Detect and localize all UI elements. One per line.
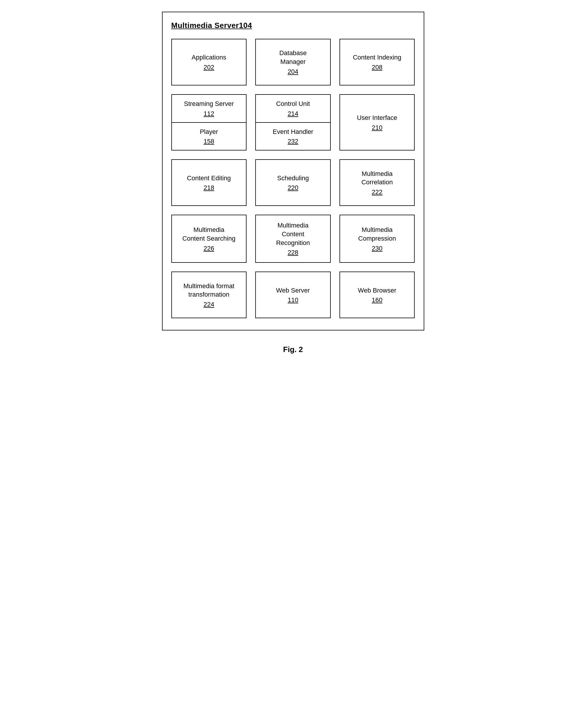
cell-content-editing-label: Content Editing [187,174,231,182]
cell-control-event-bottom-label: Event Handler [273,127,313,136]
cell-content-indexing-label: Content Indexing [353,53,401,62]
cell-control-event: Control Unit214Event Handler232 [255,94,331,151]
cell-applications-label: Applications [192,53,227,62]
cell-multimedia-content-recognition-number: 228 [288,249,298,256]
cell-control-event-bottom: Event Handler232 [256,123,330,150]
cell-control-event-top-label: Control Unit [276,99,310,108]
cell-multimedia-compression-number: 230 [372,245,382,252]
cell-multimedia-format-transformation-number: 224 [204,301,214,308]
page-wrapper: Multimedia Server104 Applications202Data… [162,12,424,354]
cells-grid: Applications202DatabaseManager204Content… [171,39,415,318]
cell-database-manager-label: DatabaseManager [279,49,307,66]
fig-caption: Fig. 2 [162,345,424,354]
outer-title: Multimedia Server104 [171,21,415,30]
cell-multimedia-content-searching: MultimediaContent Searching226 [171,215,247,263]
cell-web-server: Web Server110 [255,272,331,318]
cell-web-server-label: Web Server [276,286,310,295]
cell-streaming-player-bottom-number: 158 [204,138,214,145]
cell-applications-number: 202 [204,64,214,71]
cell-streaming-player-top-label: Streaming Server [184,99,234,108]
cell-multimedia-compression: MultimediaCompression230 [340,215,415,263]
cell-multimedia-correlation-label: MultimediaCorrelation [361,170,393,187]
cell-multimedia-compression-label: MultimediaCompression [358,225,396,243]
outer-title-text: Multimedia Server [171,21,239,30]
cell-content-indexing-number: 208 [372,64,382,71]
cell-streaming-player: Streaming Server112Player158 [171,94,247,151]
cell-multimedia-content-searching-label: MultimediaContent Searching [182,225,236,243]
cell-multimedia-content-recognition: MultimediaContentRecognition228 [255,215,331,263]
cell-web-browser: Web Browser160 [340,272,415,318]
cell-streaming-player-top: Streaming Server112 [172,95,246,122]
cell-content-indexing: Content Indexing208 [340,39,415,85]
cell-web-server-number: 110 [288,296,298,304]
cell-scheduling-number: 220 [288,184,298,192]
cell-user-interface-label: User Interface [357,114,397,122]
cell-streaming-player-bottom-label: Player [200,127,218,136]
cell-multimedia-correlation: MultimediaCorrelation222 [340,159,415,206]
cell-multimedia-format-transformation: Multimedia formattransformation224 [171,272,247,318]
cell-control-event-bottom-number: 232 [288,138,298,145]
cell-scheduling-label: Scheduling [277,174,309,182]
cell-user-interface: User Interface210 [340,94,415,151]
cell-web-browser-label: Web Browser [358,286,396,295]
cell-control-event-top: Control Unit214 [256,95,330,122]
cell-database-manager-number: 204 [288,68,298,76]
outer-title-number: 104 [239,21,252,30]
cell-content-editing: Content Editing218 [171,159,247,206]
cell-applications: Applications202 [171,39,247,85]
cell-database-manager: DatabaseManager204 [255,39,331,85]
cell-multimedia-format-transformation-label: Multimedia formattransformation [183,282,234,299]
cell-streaming-player-bottom: Player158 [172,123,246,150]
cell-multimedia-content-recognition-label: MultimediaContentRecognition [276,221,310,247]
cell-control-event-top-number: 214 [288,110,298,118]
cell-streaming-player-top-number: 112 [204,110,214,118]
cell-multimedia-correlation-number: 222 [372,189,382,196]
cell-content-editing-number: 218 [204,184,214,192]
cell-multimedia-content-searching-number: 226 [204,245,214,252]
cell-scheduling: Scheduling220 [255,159,331,206]
cell-user-interface-number: 210 [372,124,382,131]
outer-box: Multimedia Server104 Applications202Data… [162,12,424,330]
cell-web-browser-number: 160 [372,296,382,304]
